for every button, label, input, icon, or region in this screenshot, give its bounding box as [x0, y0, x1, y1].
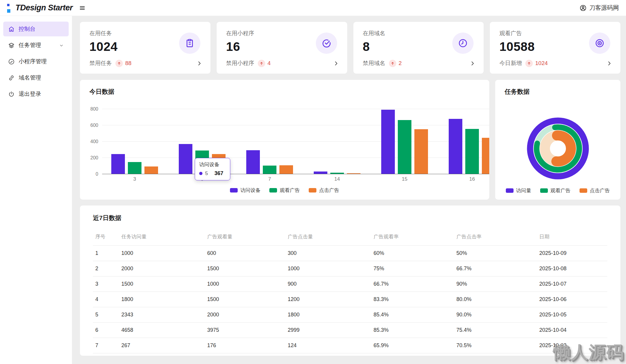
last7days-table: 序号任务访问量广告观看量广告点击量广告观看率广告点击率日期 1100060030… — [93, 230, 607, 353]
bar-访问设备-3[interactable] — [111, 154, 125, 174]
stat-card-detail-button[interactable] — [606, 61, 612, 66]
stat-footer-label: 今日新增 — [499, 59, 522, 67]
table-cell: 2000 — [119, 261, 205, 276]
bar-访问设备-5[interactable] — [179, 144, 192, 174]
trend-up-icon — [389, 60, 396, 67]
sidebar-item-label: 退出登录 — [19, 90, 41, 98]
arrow-up-icon — [391, 62, 395, 65]
bar-观看广告-14[interactable] — [330, 173, 344, 174]
y-axis-tick: 800 — [80, 106, 98, 112]
sidebar-item-3[interactable]: 域名管理 — [3, 70, 69, 85]
donut-chart-legend: 访问量观看广告点击广告 — [495, 187, 620, 194]
bar-chart-legend: 访问设备观看广告点击广告 — [80, 187, 489, 194]
table-cell: 2 — [93, 261, 119, 276]
stat-card-detail-button[interactable] — [470, 61, 475, 66]
table-row: 418001500120083.3%80.0%2025-10-06 — [93, 292, 607, 307]
table-cell: 75% — [371, 261, 454, 276]
chevron-down-icon[interactable] — [59, 43, 64, 48]
stat-card-footer: 禁用域名2 — [363, 59, 476, 67]
trend-up-icon — [115, 60, 123, 67]
sidebar-item-2[interactable]: 小程序管理 — [3, 54, 69, 69]
tooltip-category: 5 — [205, 171, 208, 177]
legend-item-访问量[interactable]: 访问量 — [506, 187, 531, 194]
bar-访问设备-14[interactable] — [314, 172, 327, 174]
clock-icon — [458, 38, 468, 48]
bar-点击广告-3[interactable] — [144, 166, 158, 174]
user-name: 刀客源码网 — [589, 4, 619, 12]
table-cell: 300 — [285, 246, 371, 261]
y-axis-tick: 0 — [80, 172, 98, 177]
donut-chart[interactable] — [527, 117, 589, 179]
bar-group-14 — [303, 109, 371, 174]
menu-collapse-button[interactable] — [79, 4, 86, 12]
stat-card-0: 在用任务1024禁用任务88 — [80, 22, 210, 74]
stat-card-detail-button[interactable] — [333, 61, 339, 66]
sidebar-item-0[interactable]: 控制台 — [3, 22, 69, 36]
table-cell: 1 — [93, 246, 119, 261]
table-cell: 4658 — [119, 323, 205, 338]
layers-icon — [8, 42, 15, 49]
miniprogram-icon — [8, 58, 15, 65]
stat-card-3: 观看广告10588今日新增1024 — [490, 22, 620, 74]
table-cell: 2025-10-04 — [537, 323, 607, 338]
bar-访问设备-7[interactable] — [246, 150, 260, 174]
stat-footer-label: 禁用域名 — [363, 59, 385, 67]
legend-label: 观看广告 — [280, 187, 300, 194]
table-row: 220001500100075%66.7%2025-10-08 — [93, 261, 607, 276]
table-column-header: 广告观看率 — [371, 230, 454, 246]
stat-card-detail-button[interactable] — [197, 61, 202, 66]
legend-label: 访问量 — [516, 187, 531, 194]
bar-group-3 — [101, 109, 168, 174]
table-cell: 66.7% — [454, 261, 537, 276]
bar-plot — [101, 109, 489, 174]
legend-swatch-icon — [269, 188, 277, 192]
legend-item-点击广告[interactable]: 点击广告 — [580, 187, 610, 194]
x-axis: 357141516 — [101, 176, 489, 182]
sidebar-item-label: 域名管理 — [19, 74, 41, 82]
legend-item-点击广告[interactable]: 点击广告 — [309, 187, 339, 194]
bar-观看广告-3[interactable] — [128, 162, 141, 174]
bar-观看广告-15[interactable] — [398, 120, 411, 174]
user-menu[interactable]: 刀客源码网 — [580, 4, 619, 12]
bar-访问设备-15[interactable] — [381, 110, 395, 174]
ring-点击广告[interactable] — [556, 135, 571, 161]
gridline — [102, 174, 489, 174]
table-cell: 176 — [205, 338, 285, 353]
table-cell: 7 — [93, 338, 119, 353]
legend-swatch-icon — [580, 188, 587, 193]
table-cell: 1000 — [119, 246, 205, 261]
table-cell: 2000 — [205, 307, 285, 323]
bar-点击广告-16[interactable] — [482, 138, 489, 174]
bar-点击广告-7[interactable] — [279, 165, 293, 174]
bar-观看广告-7[interactable] — [263, 166, 276, 174]
tooltip-series-name: 访问设备 — [199, 161, 225, 168]
arrow-up-icon — [260, 62, 263, 65]
table-cell: 3975 — [205, 323, 285, 338]
stat-card-icon-circle — [589, 33, 610, 54]
legend-item-观看广告[interactable]: 观看广告 — [540, 187, 571, 194]
sidebar-item-4[interactable]: 退出登录 — [3, 87, 69, 101]
table-cell: 70.5% — [454, 338, 537, 353]
bar-group-7 — [236, 109, 303, 174]
table-cell: 1800 — [119, 292, 205, 307]
x-axis-tick: 7 — [236, 176, 303, 182]
table-cell: 2343 — [119, 307, 205, 323]
bar-点击广告-15[interactable] — [414, 129, 428, 174]
clipboard-icon — [185, 38, 195, 48]
stat-card-icon-circle — [316, 33, 337, 54]
bar-观看广告-16[interactable] — [465, 129, 479, 174]
table-column-header: 任务访问量 — [119, 230, 205, 246]
sidebar-item-1[interactable]: 任务管理 — [3, 38, 69, 53]
legend-item-观看广告[interactable]: 观看广告 — [269, 187, 300, 194]
stat-card-icon-circle — [452, 33, 474, 54]
legend-swatch-icon — [506, 188, 514, 193]
legend-label: 访问设备 — [240, 187, 260, 194]
bar-点击广告-14[interactable] — [347, 173, 361, 174]
legend-swatch-icon — [230, 188, 238, 192]
x-axis-tick: 14 — [303, 176, 371, 182]
table-cell: 90% — [454, 276, 537, 292]
app-title: TDesign Starter — [15, 3, 73, 12]
legend-item-访问设备[interactable]: 访问设备 — [230, 187, 260, 194]
table-cell: 1800 — [285, 307, 371, 323]
bar-访问设备-16[interactable] — [449, 119, 462, 174]
